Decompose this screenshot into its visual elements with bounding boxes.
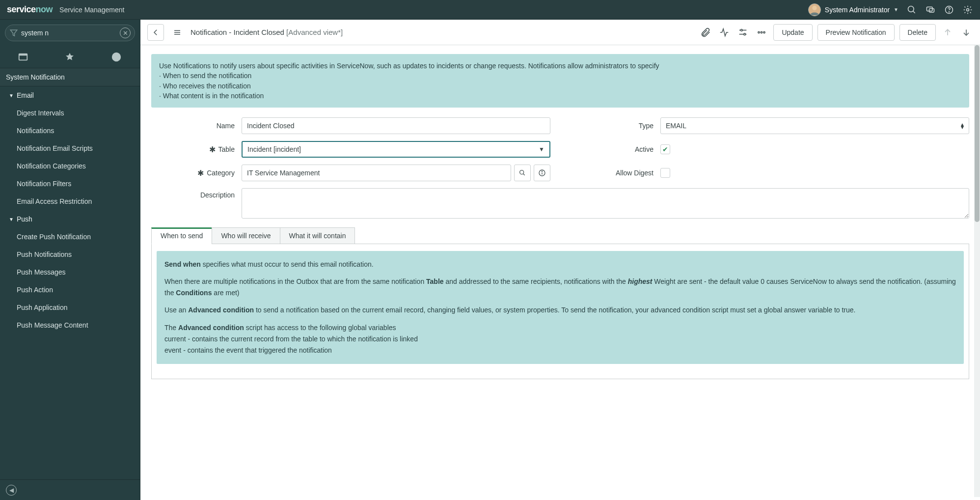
nav-list: System Notification ▼ Email Digest Inter… [0, 68, 140, 479]
nav-tab-all[interactable] [0, 48, 46, 66]
label-allow-digest: Allow Digest [570, 169, 653, 177]
type-select[interactable]: EMAIL ▴▾ [660, 117, 969, 134]
tab-info-box: Send when specifies what must occur to s… [157, 251, 964, 364]
nav-item[interactable]: Notification Filters [0, 175, 140, 193]
delete-button[interactable]: Delete [899, 24, 936, 41]
nav-module[interactable]: System Notification [0, 68, 140, 86]
nav-section-label: Email [17, 91, 34, 99]
description-field[interactable] [242, 188, 969, 219]
table-value: Incident [incident] [247, 145, 301, 153]
nav-item[interactable]: Push Application [0, 299, 140, 316]
tab-what-it-will-contain[interactable]: What it will contain [280, 227, 355, 244]
back-button[interactable] [147, 24, 164, 41]
form-title: Notification - Incident Closed [Advanced… [191, 28, 343, 36]
info-bullet: Who receives the notification [159, 81, 961, 91]
nav-item[interactable]: Notification Categories [0, 157, 140, 175]
select-arrows-icon: ▴▾ [961, 123, 964, 129]
filter-navigator[interactable]: ✕ [5, 25, 135, 41]
form-info-box: Use Notifications to notify users about … [151, 54, 969, 108]
info-lead: Use Notifications to notify users about … [159, 61, 961, 71]
svg-point-7 [967, 8, 969, 11]
label-type: Type [570, 122, 653, 130]
allow-digest-checkbox[interactable] [660, 168, 670, 178]
category-field[interactable] [242, 165, 511, 181]
svg-line-2 [913, 11, 915, 13]
svg-point-1 [908, 6, 914, 12]
nav-section-email[interactable]: ▼ Email [0, 86, 140, 104]
next-record-button[interactable] [959, 24, 973, 41]
prev-record-button[interactable] [941, 24, 954, 41]
svg-point-19 [761, 31, 762, 33]
chevron-down-icon: ▼ [539, 146, 544, 153]
attachment-icon[interactable] [699, 26, 712, 39]
nav-section-push[interactable]: ▼ Push [0, 210, 140, 228]
svg-point-15 [741, 29, 743, 31]
nav-tab-favorites[interactable] [47, 48, 93, 66]
label-table: Table [218, 145, 235, 153]
settings-sliders-icon[interactable] [736, 26, 750, 39]
nav-tab-history[interactable] [93, 48, 139, 66]
funnel-icon [9, 28, 18, 37]
brand-subtitle: Service Management [59, 6, 124, 14]
user-menu[interactable]: System Administrator ▼ [808, 3, 898, 16]
svg-point-25 [542, 171, 542, 172]
brand-logo: servicenow [7, 4, 53, 15]
menu-icon[interactable] [169, 24, 186, 41]
svg-point-17 [744, 33, 746, 35]
info-button[interactable] [534, 165, 550, 181]
required-icon: ✱ [197, 168, 204, 178]
preview-notification-button[interactable]: Preview Notification [817, 24, 895, 41]
name-field[interactable] [242, 117, 550, 134]
nav-item[interactable]: Push Action [0, 281, 140, 299]
label-description: Description [151, 188, 235, 199]
sidebar: ✕ System Notification ▼ Email Digest Int… [0, 20, 140, 500]
help-icon[interactable] [944, 4, 954, 15]
svg-point-18 [758, 31, 760, 33]
info-bullet: When to send the notification [159, 71, 961, 81]
more-icon[interactable] [755, 26, 768, 39]
chevron-down-icon: ▼ [9, 217, 14, 222]
user-name: System Administrator [825, 6, 890, 14]
nav-item[interactable]: Notification Email Scripts [0, 139, 140, 157]
nav-item[interactable]: Push Messages [0, 263, 140, 281]
nav-item[interactable]: Notifications [0, 122, 140, 139]
type-value: EMAIL [666, 122, 686, 130]
activity-icon[interactable] [717, 26, 731, 39]
nav-section-label: Push [17, 215, 32, 223]
chevron-down-icon: ▼ [9, 93, 14, 98]
svg-point-0 [812, 5, 817, 10]
svg-point-20 [763, 31, 765, 33]
scrollbar[interactable] [974, 45, 980, 497]
nav-item[interactable]: Push Notifications [0, 246, 140, 263]
chat-icon[interactable] [925, 4, 936, 15]
tab-when-to-send[interactable]: When to send [151, 227, 212, 244]
svg-point-6 [949, 11, 950, 12]
tab-who-will-receive[interactable]: Who will receive [212, 227, 280, 244]
table-select[interactable]: Incident [incident] ▼ [242, 141, 550, 158]
label-category: Category [207, 169, 235, 177]
svg-rect-4 [929, 8, 934, 12]
clear-filter-button[interactable]: ✕ [120, 28, 131, 38]
filter-input[interactable] [21, 29, 120, 37]
form-header: Notification - Incident Closed [Advanced… [140, 20, 980, 45]
svg-point-21 [520, 170, 524, 174]
gear-icon[interactable] [962, 4, 973, 15]
main-content: Notification - Incident Closed [Advanced… [140, 20, 980, 500]
nav-item[interactable]: Create Push Notification [0, 228, 140, 246]
global-header: servicenow Service Management System Adm… [0, 0, 980, 20]
svg-rect-9 [19, 54, 27, 56]
lookup-button[interactable] [514, 165, 531, 181]
form-tabs: When to send Who will receive What it wi… [151, 227, 969, 244]
nav-item[interactable]: Email Access Restriction [0, 193, 140, 210]
update-button[interactable]: Update [773, 24, 812, 41]
svg-line-22 [523, 174, 525, 175]
active-checkbox[interactable]: ✔ [660, 144, 670, 154]
search-icon[interactable] [906, 4, 917, 15]
info-bullet: What content is in the notification [159, 91, 961, 101]
scrollbar-thumb[interactable] [975, 45, 980, 222]
nav-item[interactable]: Push Message Content [0, 316, 140, 334]
collapse-sidebar-button[interactable]: ◀ [6, 485, 17, 496]
caret-down-icon: ▼ [894, 7, 898, 12]
label-active: Active [570, 145, 653, 153]
nav-item[interactable]: Digest Intervals [0, 104, 140, 122]
